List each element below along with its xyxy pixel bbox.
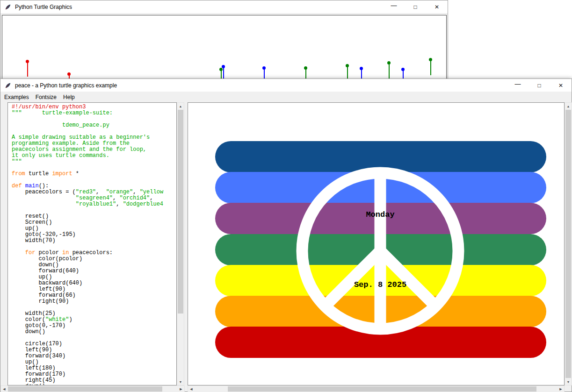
close-button[interactable]: ✕ [426,0,448,13]
labels-layer: MondaySep. 8 2025 [188,103,564,385]
menubar: Examples Fontsize Help [1,92,571,102]
scroll-down-icon[interactable]: ▼ [177,378,184,385]
scrollbar-thumb[interactable] [178,110,183,314]
turtle-canvas: MondaySep. 8 2025 [188,102,565,385]
menu-fontsize[interactable]: Fontsize [32,93,60,102]
maximize-button[interactable]: □ [529,79,550,92]
app-feather-icon [5,4,11,10]
code-vertical-scrollbar[interactable]: ▲ ▼ [177,102,184,385]
app-feather-icon [5,82,11,89]
minimize-button[interactable]: — [383,0,405,13]
stick-figure-dot [401,68,405,71]
code-horizontal-scrollbar[interactable]: ◀ ▶ [0,385,185,392]
background-titlebar[interactable]: Python Turtle Graphics — □ ✕ [0,0,448,14]
canvas-label: Sep. 8 2025 [354,280,406,289]
code-line: """ [12,159,176,165]
scroll-up-icon[interactable]: ▲ [565,103,572,109]
scroll-down-icon[interactable]: ▼ [565,378,572,385]
scroll-right-icon[interactable]: ▶ [558,386,564,392]
scroll-up-icon[interactable]: ▲ [177,103,184,109]
window-controls: — □ ✕ [383,0,448,13]
source-code-pane[interactable]: #!/usr/bin/env python3""" turtle-example… [7,102,177,385]
canvas-horizontal-scrollbar[interactable]: ◀ ▶ [188,385,565,392]
stick-figure-dot [346,64,349,67]
code-line: """ turtle-example-suite: [12,110,176,116]
peace-demo-window: peace - a Python turtle graphics example… [0,78,572,392]
minimize-button[interactable]: — [507,79,529,92]
stick-figure-line [27,62,28,77]
code-line: width(70) [12,238,176,244]
background-window: Python Turtle Graphics — □ ✕ [0,0,448,84]
close-button[interactable]: ✕ [550,79,572,92]
window-title: Python Turtle Graphics [15,4,72,10]
stick-figure-dot [219,68,223,71]
code-line: it only uses turtle commands. [12,153,176,159]
scrollbar-thumb[interactable] [8,386,162,392]
stick-figure-dot [387,61,391,64]
scrollbar-thumb[interactable] [228,386,536,392]
maximize-button[interactable]: □ [405,0,426,13]
canvas-label: Monday [366,210,394,219]
stick-figure-line [223,67,224,80]
stick-figure-dot [26,60,29,63]
code-line: "royalblue1", "dodgerblue4 [12,201,176,207]
scroll-left-icon[interactable]: ◀ [1,386,7,392]
stick-figure-dot [360,67,363,70]
stick-figure-dot [67,72,71,76]
scrollbar-thumb[interactable] [565,110,571,378]
scroll-right-icon[interactable]: ▶ [178,386,184,392]
window-controls: — □ ✕ [507,79,572,92]
stick-figure-line [430,60,431,75]
code-line: down() [12,329,176,335]
menu-examples[interactable]: Examples [1,93,32,102]
code-lines: #!/usr/bin/env python3""" turtle-example… [12,104,176,385]
stick-figure-dot [222,65,225,68]
menu-help[interactable]: Help [60,93,78,102]
scroll-left-icon[interactable]: ◀ [188,386,195,392]
stick-figure-dot [262,66,266,70]
peace-titlebar[interactable]: peace - a Python turtle graphics example… [0,79,572,92]
window-title: peace - a Python turtle graphics example [15,82,117,89]
stick-figure-dot [429,58,432,61]
code-line: tdemo_peace.py [12,122,176,128]
canvas-vertical-scrollbar[interactable]: ▲ ▼ [565,102,572,385]
code-line: right(90) [12,299,176,305]
stick-figure-dot [304,66,307,70]
code-line: from turtle import * [12,171,176,177]
